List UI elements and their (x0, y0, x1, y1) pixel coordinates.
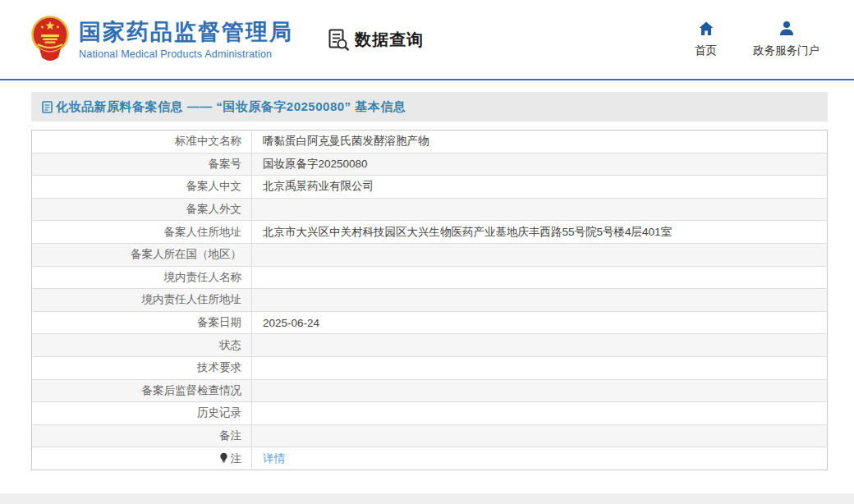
data-query-nav[interactable]: 数据查询 (328, 29, 424, 51)
row-value: 详情 (252, 447, 828, 470)
row-value: 嗜黏蛋白阿克曼氏菌发酵溶胞产物 (252, 131, 828, 153)
detail-link[interactable]: 详情 (263, 452, 285, 465)
footer-strip (0, 493, 854, 504)
table-row: 备案号 国妆原备字20250080 (32, 153, 828, 176)
row-label: 备案后监督检查情况 (142, 384, 242, 396)
row-label: 备注 (219, 429, 241, 442)
gov-portal-link[interactable]: 政务服务门户 (753, 21, 820, 58)
document-icon (42, 101, 53, 113)
row-value (252, 334, 828, 357)
table-row: 备案人外文 (32, 198, 828, 221)
table-row: 备注 (32, 424, 828, 447)
china-national-emblem-icon (31, 15, 69, 64)
row-label: 备案人中文 (186, 180, 242, 192)
row-value (252, 243, 828, 266)
row-label: 备案人所在国（地区） (131, 248, 241, 260)
table-row: 境内责任人住所地址 (32, 289, 828, 312)
row-value: 北京禹景药业有限公司 (252, 176, 828, 199)
quick-links: 首页 政务服务门户 (695, 21, 820, 58)
table-row: 备案人住所地址 北京市大兴区中关村科技园区大兴生物医药产业基地庆丰西路55号院5… (32, 221, 828, 244)
agency-name-cn: 国家药品监督管理局 (79, 19, 293, 45)
table-row: 注 详情 (32, 447, 828, 470)
row-label: 状态 (219, 339, 241, 351)
row-value (252, 424, 828, 447)
row-label: 备案号 (209, 158, 242, 170)
row-value (252, 402, 828, 425)
row-value: 2025-06-24 (252, 311, 828, 334)
table-row: 历史记录 (32, 402, 828, 425)
row-label: 备案人住所地址 (164, 226, 242, 238)
row-label: 备案日期 (197, 316, 241, 328)
filing-info-table: 标准中文名称 嗜黏蛋白阿克曼氏菌发酵溶胞产物 备案号 国妆原备字20250080… (31, 130, 828, 470)
gov-portal-label: 政务服务门户 (753, 44, 820, 58)
row-label: 标准中文名称 (175, 135, 241, 147)
table-row: 备案日期 2025-06-24 (32, 311, 828, 334)
info-table-body: 标准中文名称 嗜黏蛋白阿克曼氏菌发酵溶胞产物 备案号 国妆原备字20250080… (32, 131, 828, 470)
row-value: 北京市大兴区中关村科技园区大兴生物医药产业基地庆丰西路55号院5号楼4层401室 (252, 221, 828, 244)
row-label: 注 (231, 452, 242, 465)
table-row: 境内责任人名称 (32, 266, 828, 289)
table-row: 技术要求 (32, 356, 828, 379)
row-value (252, 266, 828, 289)
table-row: 状态 (32, 334, 828, 357)
logo-text: 国家药品监督管理局 National Medical Products Admi… (79, 19, 293, 59)
home-link[interactable]: 首页 (695, 21, 717, 58)
row-label: 备案人外文 (186, 203, 242, 215)
row-value (252, 356, 828, 379)
row-label: 境内责任人住所地址 (142, 293, 242, 305)
row-label: 技术要求 (197, 361, 241, 373)
row-value (252, 289, 828, 312)
page-title-bar: 化妆品新原料备案信息 —— “国妆原备字20250080” 基本信息 (31, 92, 828, 121)
document-search-icon (328, 29, 350, 51)
bulb-icon (219, 452, 228, 464)
row-value (252, 198, 828, 221)
page-title: 化妆品新原料备案信息 —— “国妆原备字20250080” 基本信息 (56, 99, 406, 115)
row-label: 历史记录 (197, 406, 241, 419)
table-row: 备案人中文 北京禹景药业有限公司 (32, 176, 828, 199)
row-label: 境内责任人名称 (164, 271, 242, 283)
row-value: 国妆原备字20250080 (252, 153, 828, 176)
table-row: 标准中文名称 嗜黏蛋白阿克曼氏菌发酵溶胞产物 (32, 131, 828, 153)
data-query-label: 数据查询 (355, 29, 424, 51)
row-value (252, 379, 828, 402)
site-header: 国家药品监督管理局 National Medical Products Admi… (0, 0, 854, 79)
agency-name-en: National Medical Products Administration (79, 48, 293, 60)
home-icon (698, 21, 714, 37)
home-link-label: 首页 (695, 44, 717, 58)
user-icon (778, 21, 795, 37)
main-content: 化妆品新原料备案信息 —— “国妆原备字20250080” 基本信息 标准中文名… (0, 80, 854, 493)
table-row: 备案人所在国（地区） (32, 243, 828, 266)
nmpa-logo[interactable]: 国家药品监督管理局 National Medical Products Admi… (31, 15, 293, 64)
table-row: 备案后监督检查情况 (32, 379, 828, 402)
